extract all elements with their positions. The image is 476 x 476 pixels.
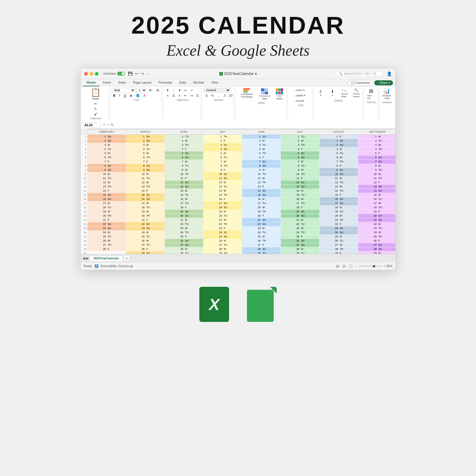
table-row[interactable]: 8 [320,164,339,168]
table-row[interactable]: TU [339,180,358,184]
table-row[interactable]: TH [223,251,242,254]
table-row[interactable]: 7 [320,159,339,164]
table-row[interactable]: 1 [242,134,262,139]
table-row[interactable]: 24 [126,230,145,234]
table-row[interactable]: 19 [242,209,262,214]
table-row[interactable]: 22 [126,222,145,226]
table-row[interactable]: 23 [87,226,107,230]
table-row[interactable]: 17 [320,201,339,205]
table-row[interactable]: 22 [242,222,262,226]
table-row[interactable]: W [378,230,396,234]
font-family-select[interactable]: Arial [112,88,135,93]
font-size-select[interactable]: 12 [136,88,147,93]
sheet-nav-right[interactable]: ▶ [86,256,89,260]
table-row[interactable]: 2 [87,139,107,143]
table-row[interactable]: M [184,189,203,193]
table-row[interactable]: SU [184,155,203,159]
table-row[interactable]: W [184,226,203,230]
table-row[interactable]: W [300,226,320,230]
table-row[interactable]: SU [262,164,281,168]
table-row[interactable]: 24 [87,230,107,234]
table-row[interactable]: 6 [165,155,184,159]
table-row[interactable]: 9 [358,168,378,172]
table-row[interactable]: 15 [203,193,223,197]
align-center-button[interactable]: ☰ [171,93,176,98]
table-row[interactable]: 25 [358,234,378,239]
table-row[interactable] [107,251,126,254]
table-row[interactable]: F [339,193,358,197]
table-row[interactable]: 12 [358,180,378,184]
table-row[interactable]: 12 [281,180,300,184]
table-row[interactable]: 12 [87,180,107,184]
table-row[interactable]: 13 [320,184,339,189]
table-row[interactable]: SA [107,164,126,168]
table-row[interactable]: TH [145,243,165,247]
table-row[interactable]: TH [145,214,165,218]
table-row[interactable]: 15 [126,193,145,197]
table-row[interactable]: W [378,201,396,205]
table-row[interactable]: TU [145,234,165,239]
cut-button[interactable]: ✂ [90,101,101,106]
table-row[interactable]: TU [262,201,281,205]
table-row[interactable]: 21 [87,218,107,222]
percent-button[interactable]: % [210,93,215,98]
table-row[interactable]: F [184,147,203,151]
table-row[interactable]: M [262,226,281,230]
table-row[interactable]: 7 [126,159,145,164]
table-row[interactable]: TU [145,176,165,180]
table-row[interactable]: TH [184,172,203,176]
table-row[interactable]: TU [339,151,358,155]
table-row[interactable]: SU [145,197,165,201]
table-row[interactable]: 29 [203,251,223,254]
table-row[interactable]: 10 [320,172,339,176]
table-row[interactable]: SU [107,226,126,230]
table-row[interactable]: 18 [126,205,145,209]
table-row[interactable]: 21 [358,218,378,222]
tab-page-layout[interactable]: Page Layout [129,79,155,86]
orientation-button[interactable]: ↗ [189,88,194,93]
table-row[interactable]: 16 [165,197,184,201]
table-row[interactable]: 3 [203,143,223,147]
tab-review[interactable]: Review [190,79,208,86]
table-row[interactable]: SU [107,139,126,143]
table-row[interactable]: 23 [242,226,262,230]
table-row[interactable]: W [107,151,126,155]
save-icon[interactable]: 💾 [128,71,133,76]
table-row[interactable]: F [378,151,396,155]
table-row[interactable]: F [145,218,165,222]
table-row[interactable]: 6 [126,155,145,159]
table-row[interactable]: 10 [126,172,145,176]
increase-indent-button[interactable]: ⇥ [189,93,194,98]
table-row[interactable]: SA [107,134,126,139]
table-row[interactable]: M [184,218,203,222]
table-row[interactable]: TU [184,134,203,139]
table-row[interactable]: SA [223,143,242,147]
table-row[interactable]: 4 [281,147,300,151]
table-row[interactable]: TH [262,209,281,214]
table-row[interactable]: TU [107,205,126,209]
tab-data[interactable]: Data [176,79,190,86]
table-row[interactable]: M [339,234,358,239]
table-row[interactable]: TU [300,164,320,168]
table-row[interactable]: M [145,201,165,205]
excel-app-icon[interactable] [199,287,229,322]
border-button[interactable]: ⊞ [128,93,134,98]
table-row[interactable]: F [262,184,281,189]
table-row[interactable]: 7 [281,159,300,164]
table-row[interactable]: SA [262,247,281,251]
table-row[interactable]: 29 [126,251,145,254]
table-row[interactable]: SA [300,180,320,184]
table-row[interactable]: SA [107,222,126,226]
table-row[interactable]: TH [223,193,242,197]
align-bottom-button[interactable]: ⬇ [177,88,182,93]
table-row[interactable]: SA [262,218,281,222]
table-row[interactable]: SU [223,205,242,209]
table-row[interactable]: 26 [203,239,223,243]
maximize-btn[interactable] [95,72,98,76]
table-row[interactable]: 25 [203,234,223,239]
conditional-formatting-button[interactable]: Conditional Formatting [237,88,256,99]
table-row[interactable]: TH [107,155,126,159]
table-row[interactable]: TU [339,239,358,243]
table-row[interactable]: F [223,226,242,230]
table-row[interactable]: 12 [165,180,184,184]
